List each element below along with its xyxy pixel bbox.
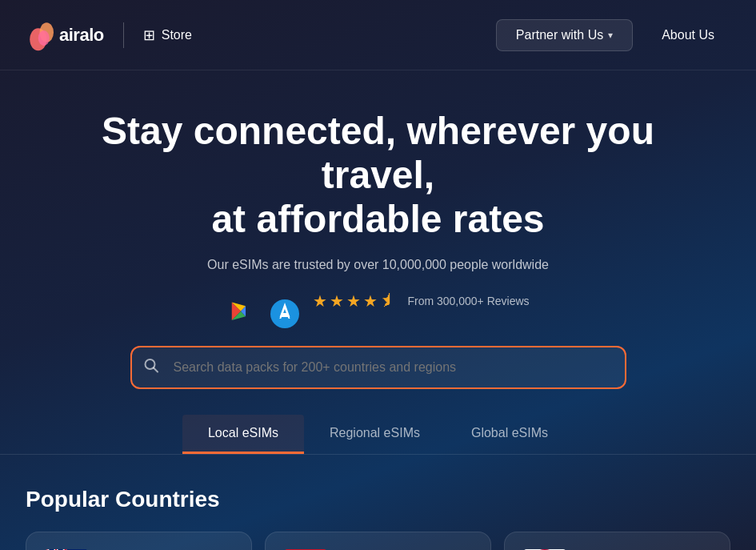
country-card-australia[interactable]: Australia ›: [26, 532, 252, 550]
search-icon: [143, 357, 159, 377]
logo[interactable]: airalo: [26, 18, 104, 52]
tab-regional-esims[interactable]: Regional eSIMs: [304, 415, 446, 454]
star-5-half: ⯨: [380, 291, 396, 311]
svg-line-8: [154, 367, 158, 371]
star-4: ★: [363, 291, 378, 311]
search-input[interactable]: [130, 346, 626, 389]
rating-section: ★ ★ ★ ★ ⯨ From 300,000+ Reviews: [313, 291, 529, 311]
navbar-left: airalo ⊞ Store: [26, 18, 192, 52]
google-play-svg: [227, 299, 256, 328]
popular-section: Popular Countries: [0, 455, 756, 550]
apple-store-icon[interactable]: A: [270, 299, 300, 329]
tab-local-label: Local eSIMs: [208, 426, 278, 440]
tab-local-esims[interactable]: Local eSIMs: [182, 415, 304, 454]
apple-store-svg: A: [270, 299, 300, 329]
country-card-japan[interactable]: Japan ›: [504, 532, 730, 550]
star-2: ★: [330, 291, 344, 311]
about-label: About Us: [662, 28, 714, 42]
page-wrapper: airalo ⊞ Store Partner with Us ▾ About U…: [0, 0, 756, 550]
search-container: [130, 346, 626, 389]
popular-title: Popular Countries: [26, 487, 730, 512]
airalo-logo-icon: [26, 18, 59, 52]
nav-divider: [123, 22, 124, 48]
tab-global-esims[interactable]: Global eSIMs: [446, 415, 574, 454]
country-card-indonesia[interactable]: Indonesia ›: [265, 532, 491, 550]
stars: ★ ★ ★ ★ ⯨: [313, 291, 396, 311]
brand-name: airalo: [59, 25, 104, 46]
svg-point-2: [38, 30, 50, 45]
hero-subtitle: Our eSIMs are trusted by over 10,000,000…: [207, 258, 549, 272]
partner-label: Partner with Us: [516, 28, 603, 42]
chevron-down-icon: ▾: [608, 30, 613, 41]
hero-section: Stay connected, wherever you travel, at …: [0, 70, 756, 389]
tabs-section: Local eSIMs Regional eSIMs Global eSIMs: [0, 415, 756, 455]
partner-button[interactable]: Partner with Us ▾: [496, 19, 633, 51]
store-label: Store: [162, 28, 192, 42]
hero-title-line2: at affordable rates: [211, 198, 544, 240]
store-icon: ⊞: [143, 26, 155, 44]
hero-title: Stay connected, wherever you travel, at …: [58, 109, 698, 242]
star-1: ★: [313, 291, 327, 311]
about-button[interactable]: About Us: [646, 20, 730, 50]
navbar: airalo ⊞ Store Partner with Us ▾ About U…: [0, 0, 756, 70]
tab-regional-label: Regional eSIMs: [330, 426, 420, 440]
store-nav[interactable]: ⊞ Store: [143, 26, 192, 44]
app-stores: A ★ ★ ★ ★ ⯨ From 300,000+ Reviews: [226, 291, 529, 336]
star-3: ★: [346, 291, 361, 311]
navbar-right: Partner with Us ▾ About Us: [496, 19, 730, 51]
tab-global-label: Global eSIMs: [471, 426, 548, 440]
google-play-icon[interactable]: [226, 299, 257, 329]
country-cards: Australia › Indonesia ›: [26, 532, 730, 550]
hero-title-line1: Stay connected, wherever you travel,: [102, 110, 654, 196]
rating-text: From 300,000+ Reviews: [407, 295, 529, 307]
